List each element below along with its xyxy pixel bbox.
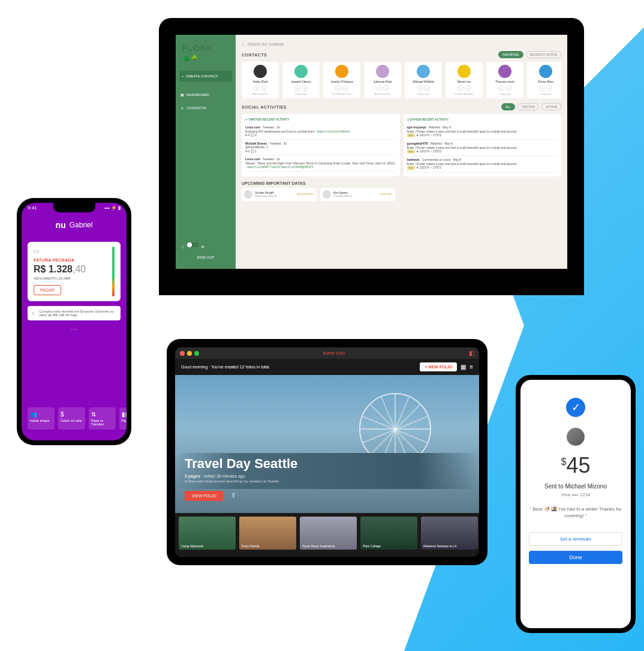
person-icon: ☺ xyxy=(180,106,184,110)
twitter-icon[interactable]: 𝕥 xyxy=(376,85,382,91)
view-folio-button[interactable]: VIEW FOLIO xyxy=(185,491,224,501)
activity-item[interactable]: Michael Draves · Tweeted · 3d@ErenaBoria… xyxy=(245,140,396,156)
search-icon: ⌕ xyxy=(242,42,244,46)
github-column: ⌾ GITHUB RECENT ACTIVITY igor-krupenja ·… xyxy=(404,114,562,176)
contact-name: Julianne Park xyxy=(366,80,399,83)
contact-card[interactable]: Simon Brex 𝕥⌾ 2 days ago xyxy=(527,62,561,98)
contact-meta: 2 days ago xyxy=(529,92,561,95)
nubank-logo-icon: nu xyxy=(56,220,66,230)
action-button[interactable]: 👥 Indicar amigos xyxy=(28,407,55,430)
maximize-dot-icon[interactable] xyxy=(194,351,199,356)
contact-card[interactable]: Jocelyn Prideaux 𝕥⌾ No New Activities xyxy=(323,62,360,98)
done-button[interactable]: Done xyxy=(529,551,622,564)
close-dot-icon[interactable] xyxy=(180,351,185,356)
folio-thumbnail[interactable]: Furry Friends xyxy=(239,517,296,550)
window-chrome: flutter folio ◧ xyxy=(175,347,479,359)
main-panel: ⌕Search for contacts CONTACTS FAVORITES … xyxy=(236,35,567,269)
folio-thumbnail[interactable]: Plant Collage xyxy=(360,517,417,550)
due-date: VENCIMENTO 25 ABR xyxy=(34,277,115,280)
activity-item[interactable]: igor-krupenja · Watched · May 9flutter |… xyxy=(407,124,558,140)
github-icon[interactable]: ⌾ xyxy=(342,85,348,91)
contact-card[interactable]: Thomas Lewis 𝕥⌾ 2 days ago xyxy=(486,62,523,98)
twitter-icon[interactable]: 𝕥 xyxy=(417,85,423,91)
github-icon[interactable]: ⌾ xyxy=(302,85,308,91)
twitter-icon[interactable]: 𝕥 xyxy=(539,85,545,91)
contact-card[interactable]: Darby Rodi 𝕥⌾ Add Social IDs xyxy=(242,62,279,98)
date-card[interactable]: Kim AgnesThursday, May 21 HIRE DATE xyxy=(320,188,395,201)
minimize-dot-icon[interactable] xyxy=(187,351,192,356)
activity-item[interactable]: leathews · Commented on Issue · May 8flu… xyxy=(407,156,558,172)
recent-purchase[interactable]: 🍴Compra mais recente em Empório Gourmet … xyxy=(28,306,121,320)
activities: ✔ TWITTER RECENT ACTIVITY Linux.com · Tw… xyxy=(242,114,561,176)
grid-view-icon[interactable]: ▦ xyxy=(461,364,466,370)
contact-card[interactable]: Joseph Oleson 𝕥⌾ 4 days ago xyxy=(282,62,320,98)
contact-name: Jocelyn Prideaux xyxy=(325,80,359,83)
list-view-icon[interactable]: ≡ xyxy=(470,364,473,370)
github-icon[interactable]: ⌾ xyxy=(465,85,471,91)
action-button[interactable]: ⇅ Pagar ou Transferir xyxy=(89,407,116,430)
github-icon[interactable]: ⌾ xyxy=(424,85,430,91)
contact-card[interactable]: Seiver Lex 𝕥⌾ No New Activities xyxy=(446,62,483,98)
contacts-heading: CONTACTS xyxy=(242,53,267,57)
avatar xyxy=(567,428,585,446)
message: " Best 🍜 🍱 I've had in a while! Thanks f… xyxy=(529,506,622,519)
activity-item[interactable]: gyungakuk678 · Watched · May 9flutter | … xyxy=(407,140,558,156)
contact-meta: 2 days ago xyxy=(488,92,522,95)
twitter-icon[interactable]: 𝕥 xyxy=(458,85,464,91)
sidebar: FLOKK🌲🌳 +CREATE CONTACT ▦DASHBOARD ☺CONT… xyxy=(176,35,236,269)
activity-item[interactable]: Linux.com · Tweeted · 2d'Master,' 'Slave… xyxy=(245,155,396,172)
create-contact-button[interactable]: +CREATE CONTACT xyxy=(179,71,232,82)
invoice-card[interactable]: ▭ FATURA FECHADA R$ 1.328,40 VENCIMENTO … xyxy=(28,242,121,301)
new-folio-button[interactable]: + NEW FOLIO xyxy=(420,362,457,371)
phone-nubank-device: 9:41••• ⚡ ▮ nuGabriel ▭ FATURA FECHADA R… xyxy=(17,198,131,445)
github-header: ⌾ GITHUB RECENT ACTIVITY xyxy=(407,118,558,121)
sign-out-button[interactable]: SIGN OUT xyxy=(182,256,230,259)
set-reminder-button[interactable]: Set a reminder xyxy=(529,532,622,546)
nav-dashboard[interactable]: ▦DASHBOARD xyxy=(179,90,232,99)
action-button[interactable]: ▮▮▮ Pagar boleto xyxy=(119,407,127,430)
nav-contacts[interactable]: ☺CONTACTS xyxy=(179,104,232,112)
dates-heading: UPCOMING IMPORTANT DATES xyxy=(242,181,561,185)
search-bar[interactable]: ⌕Search for contacts xyxy=(242,40,561,49)
pagar-button[interactable]: PAGAR xyxy=(34,285,61,295)
moon-icon: ☾ xyxy=(182,245,185,250)
page-dots: • • • xyxy=(22,325,127,334)
plus-icon: + xyxy=(182,74,184,78)
bookmark-icon[interactable]: ◧ xyxy=(469,350,474,356)
contact-meta: No New Activities xyxy=(447,92,481,95)
twitter-icon[interactable]: 𝕥 xyxy=(498,85,504,91)
folio-thumbnail[interactable]: Weekend Getaway to LA xyxy=(421,517,478,550)
action-button[interactable]: $ Cobrar um valor xyxy=(58,407,85,430)
contacts-row: Darby Rodi 𝕥⌾ Add Social IDs Joseph Oles… xyxy=(242,62,561,98)
github-icon[interactable]: ⌾ xyxy=(546,85,552,91)
tab-twitter[interactable]: TWITTER xyxy=(517,103,539,110)
activity-item[interactable]: Linux.com · Tweeted · 2dExploring PKI we… xyxy=(245,124,396,140)
tab-favorites[interactable]: FAVORITES xyxy=(498,51,523,58)
nubank-app: 9:41••• ⚡ ▮ nuGabriel ▭ FATURA FECHADA R… xyxy=(22,203,127,440)
twitter-icon[interactable]: 𝕥 xyxy=(335,85,341,91)
theme-toggle[interactable] xyxy=(187,242,199,247)
contact-card[interactable]: Michael Witfield 𝕥⌾ 3 days ago xyxy=(405,62,442,98)
folio-thumbnail[interactable]: Home Decor Inspirations xyxy=(300,517,357,550)
contact-name: Thomas Lewis xyxy=(488,80,522,83)
tab-github[interactable]: GITHUB xyxy=(541,103,561,110)
twitter-icon[interactable]: 𝕥 xyxy=(254,85,260,91)
tab-recently-active[interactable]: RECENTLY ACTIVE xyxy=(526,51,561,58)
contact-card[interactable]: Julianne Park 𝕥⌾ Add Social IDs xyxy=(364,62,401,98)
github-icon[interactable]: ⌾ xyxy=(261,85,267,91)
date-card[interactable]: Jordan KindellWednesday, May 20 ANNIVERS… xyxy=(242,188,317,201)
github-icon[interactable]: ⌾ xyxy=(383,85,389,91)
github-icon[interactable]: ⌾ xyxy=(505,85,511,91)
flokk-logo: FLOKK🌲🌳 xyxy=(179,41,232,65)
tab-all[interactable]: ALL xyxy=(501,103,515,110)
hero-description: A three part travel journal describing m… xyxy=(185,479,281,483)
share-icon[interactable]: ⇪ xyxy=(231,492,236,499)
contact-meta: 3 days ago xyxy=(407,92,440,95)
sidebar-footer: ☾☀ SIGN OUT xyxy=(179,239,232,263)
action-icon: ⇅ xyxy=(91,411,113,418)
folio-thumbnail[interactable]: Camp Adventure xyxy=(179,517,236,550)
invoice-status: FATURA FECHADA xyxy=(34,258,115,262)
twitter-icon[interactable]: 𝕥 xyxy=(294,85,300,91)
avatar xyxy=(498,65,511,78)
action-icon: 👥 xyxy=(30,411,52,418)
